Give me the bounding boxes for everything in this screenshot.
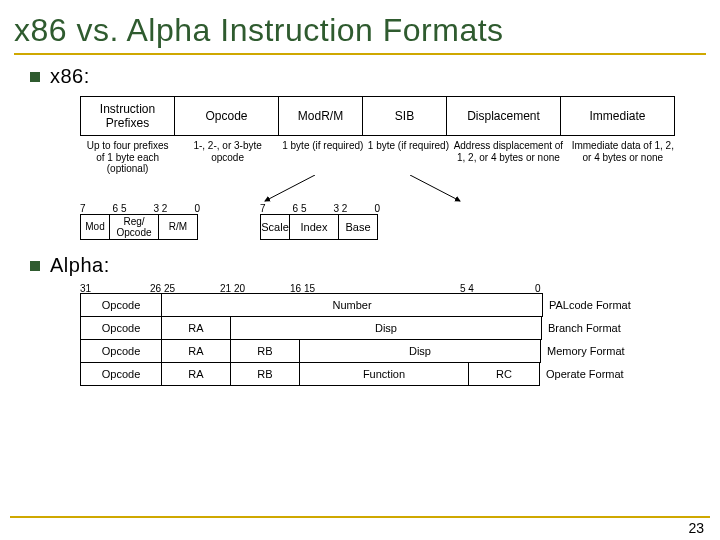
sib-field: Index [289, 214, 339, 240]
sib-field: Scale [260, 214, 290, 240]
alpha-format-label: PALcode Format [543, 293, 631, 317]
alpha-field: Opcode [80, 316, 162, 340]
alpha-row: OpcodeNumberPALcode Format [80, 294, 710, 317]
x86-field-desc: Immediate data of 1, 2, or 4 bytes or no… [566, 140, 680, 175]
alpha-field: Opcode [80, 339, 162, 363]
svg-line-0 [265, 175, 315, 201]
x86-sub-diagram: 76 53 20 ModReg/OpcodeR/M 76 53 20 Scale… [80, 203, 680, 240]
page-number: 23 [688, 520, 704, 536]
alpha-row: OpcodeRARBDispMemory Format [80, 340, 710, 363]
alpha-field: Number [161, 293, 543, 317]
alpha-field: Disp [299, 339, 541, 363]
x86-field: Opcode [174, 96, 279, 136]
alpha-field: RB [230, 339, 300, 363]
x86-field-desc: 1-, 2-, or 3-byte opcode [175, 140, 280, 175]
bullet-icon [30, 261, 40, 271]
alpha-format-label: Branch Format [542, 316, 621, 340]
alpha-field: RA [161, 362, 231, 386]
alpha-format-label: Memory Format [541, 339, 625, 363]
svg-line-1 [410, 175, 460, 201]
x86-label: x86: [50, 65, 90, 88]
x86-arrows [80, 175, 680, 203]
alpha-field: Disp [230, 316, 542, 340]
alpha-diagram: 3126 2521 2016 155 40 OpcodeNumberPALcod… [80, 283, 710, 386]
x86-field-desc: Address displacement of 1, 2, or 4 bytes… [451, 140, 565, 175]
x86-field: Immediate [560, 96, 675, 136]
alpha-row: OpcodeRARBFunctionRCOperate Format [80, 363, 710, 386]
alpha-format-label: Operate Format [540, 362, 624, 386]
x86-field-desc: 1 byte (if required) [366, 140, 452, 175]
x86-field: InstructionPrefixes [80, 96, 175, 136]
section-x86: x86: [30, 65, 710, 88]
alpha-field: Opcode [80, 293, 162, 317]
title-underline [14, 53, 706, 55]
modrm-field: R/M [158, 214, 198, 240]
alpha-field: Opcode [80, 362, 162, 386]
x86-field: ModR/M [278, 96, 363, 136]
section-alpha: Alpha: [30, 254, 710, 277]
alpha-field: RB [230, 362, 300, 386]
alpha-row: OpcodeRADispBranch Format [80, 317, 710, 340]
footer-rule [10, 516, 710, 518]
modrm-field: Mod [80, 214, 110, 240]
alpha-field: RA [161, 316, 231, 340]
alpha-label: Alpha: [50, 254, 110, 277]
alpha-field: RA [161, 339, 231, 363]
slide-title: x86 vs. Alpha Instruction Formats [14, 12, 710, 49]
alpha-field: RC [468, 362, 540, 386]
x86-field: Displacement [446, 96, 561, 136]
x86-field-desc: Up to four prefixes of 1 byte each (opti… [80, 140, 175, 175]
x86-field-desc: 1 byte (if required) [280, 140, 366, 175]
alpha-field: Function [299, 362, 469, 386]
bullet-icon [30, 72, 40, 82]
sib-field: Base [338, 214, 378, 240]
x86-field: SIB [362, 96, 447, 136]
modrm-field: Reg/Opcode [109, 214, 159, 240]
x86-top-diagram: InstructionPrefixesOpcodeModR/MSIBDispla… [80, 96, 680, 175]
